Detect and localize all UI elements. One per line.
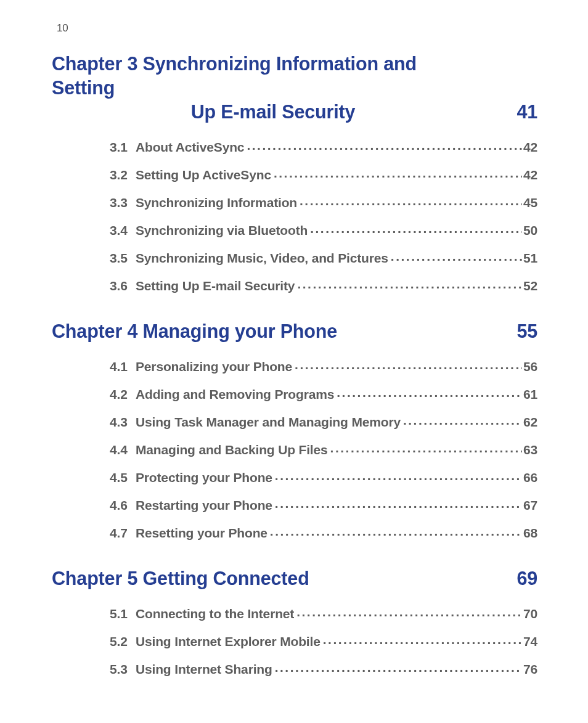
chapter-title-line: Chapter 3 Synchronizing Information and … [52,52,482,100]
toc-entry-number: 5.2 [110,634,136,649]
toc-entry-number: 3.6 [110,279,136,293]
toc-entry-title: Personalizing your Phone [136,359,295,374]
toc-entry[interactable]: 3.6Setting Up E-mail Security52 [110,277,537,293]
toc-entry-title: Using Internet Sharing [136,662,275,677]
toc-leader-dots [270,525,522,537]
toc-entry[interactable]: 4.7Resetting your Phone68 [110,525,537,541]
toc-entry-title: Setting Up ActiveSync [136,168,274,182]
toc-entry-page: 67 [522,498,537,513]
toc-entry[interactable]: 3.1About ActiveSync42 [110,139,537,155]
toc-entry-page: 66 [522,470,537,485]
toc-entry-page: 61 [522,387,537,402]
toc-entry[interactable]: 4.6Restarting your Phone67 [110,497,537,513]
toc-entry-title: Using Task Manager and Managing Memory [136,415,403,430]
toc-entry[interactable]: 3.2Setting Up ActiveSync42 [110,166,537,182]
toc-entry-title: Adding and Removing Programs [136,387,337,402]
chapter-heading[interactable]: Chapter 4 Managing your Phone55 [51,319,537,343]
toc-leader-dots [403,414,522,427]
toc-entry-title: Managing and Backing Up Files [136,443,330,457]
toc-entry-number: 4.3 [110,415,136,430]
toc-entry-page: 76 [522,662,537,677]
toc-entry[interactable]: 5.2Using Internet Explorer Mobile74 [110,633,537,649]
toc-leader-dots [337,386,522,399]
toc-leader-dots [391,250,522,263]
toc-entry-number: 3.5 [110,251,136,266]
toc-entry-page: 51 [522,251,537,266]
toc-entry-number: 4.1 [110,359,136,374]
toc-entry[interactable]: 3.5Synchronizing Music, Video, and Pictu… [110,250,537,266]
toc-leader-dots [275,469,522,482]
toc-entry-page: 70 [522,607,537,621]
toc-entry[interactable]: 3.4Synchronizing via Bluetooth50 [110,222,537,238]
chapter-title: Chapter 5 Getting Connected [52,566,309,590]
toc-entry[interactable]: 3.3Synchronizing Information45 [110,194,537,210]
toc-entry-page: 56 [522,359,537,374]
toc-entry-number: 4.5 [110,470,136,485]
toc-entry-number: 3.3 [110,195,136,210]
chapter-page-number: 55 [517,319,537,343]
toc-entry-number: 4.6 [110,498,136,513]
toc-leader-dots [275,661,522,674]
toc-leader-dots [323,633,522,646]
toc-entry-title: Protecting your Phone [136,470,275,485]
toc-entry-number: 3.4 [110,223,136,238]
chapter-page-number: 41 [517,100,537,124]
chapter-title-line: Up E-mail Security [52,100,482,124]
toc-entry[interactable]: 5.3Using Internet Sharing76 [110,661,537,677]
toc-entry-number: 3.1 [110,140,136,155]
toc-entry[interactable]: 5.1Connecting to the Internet70 [110,605,537,621]
toc-entry-title: Synchronizing Music, Video, and Pictures [136,251,391,266]
chapter-block: Chapter 3 Synchronizing Information and … [51,52,537,293]
toc-entry-number: 4.4 [110,443,136,457]
toc-entry-page: 42 [522,140,537,155]
toc-entry-number: 3.2 [110,168,136,182]
chapter-block: Chapter 4 Managing your Phone554.1Person… [51,319,537,541]
toc-entry-page: 52 [522,279,537,293]
table-of-contents: Chapter 3 Synchronizing Information and … [51,52,537,677]
toc-leader-dots [310,222,522,235]
toc-entry-title: Using Internet Explorer Mobile [136,634,323,649]
chapter-heading[interactable]: Chapter 5 Getting Connected69 [51,566,537,590]
toc-entry[interactable]: 4.4Managing and Backing Up Files63 [110,441,537,457]
toc-entry-title: Resetting your Phone [136,526,270,541]
toc-entry[interactable]: 4.1Personalizing your Phone56 [110,358,537,374]
chapter-heading[interactable]: Chapter 3 Synchronizing Information and … [51,52,537,124]
toc-entry-title: About ActiveSync [136,140,247,155]
toc-entry-title: Synchronizing Information [136,195,300,210]
toc-leader-dots [275,497,522,510]
toc-leader-dots [247,139,522,152]
toc-leader-dots [300,194,522,207]
page-number: 10 [57,22,537,35]
toc-leader-dots [296,605,522,618]
toc-entry-page: 45 [522,195,537,210]
toc-entry-title: Setting Up E-mail Security [136,279,297,293]
chapter-title: Chapter 4 Managing your Phone [52,319,337,343]
toc-entry[interactable]: 4.3Using Task Manager and Managing Memor… [110,414,537,430]
toc-leader-dots [297,277,522,290]
toc-entry-page: 42 [522,168,537,182]
chapter-block: Chapter 5 Getting Connected695.1Connecti… [51,566,537,677]
toc-entry-page: 68 [522,526,537,541]
toc-leader-dots [295,358,522,371]
toc-entry-title: Connecting to the Internet [136,607,296,621]
toc-entry-page: 63 [522,443,537,457]
toc-leader-dots [330,441,522,454]
toc-entry-number: 4.7 [110,526,136,541]
toc-entry-number: 4.2 [110,387,136,402]
toc-entry[interactable]: 4.5Protecting your Phone66 [110,469,537,485]
toc-entry-title: Synchronizing via Bluetooth [136,223,310,238]
toc-leader-dots [274,166,522,179]
toc-entry-page: 74 [522,634,537,649]
toc-entry-page: 50 [522,223,537,238]
toc-entry-number: 5.3 [110,662,136,677]
toc-entry-number: 5.1 [110,607,136,621]
chapter-page-number: 69 [517,566,537,590]
toc-entry-page: 62 [522,415,537,430]
toc-entry-title: Restarting your Phone [136,498,275,513]
toc-entry[interactable]: 4.2Adding and Removing Programs61 [110,386,537,402]
